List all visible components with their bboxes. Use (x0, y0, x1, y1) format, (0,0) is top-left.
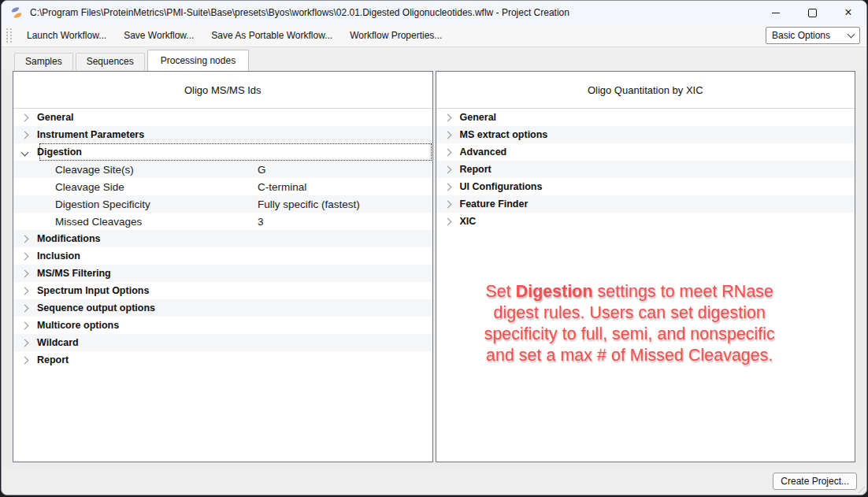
annotation-line: digest rules. Users can set digestion (440, 302, 821, 324)
panel-title: Oligo Quantitation by XIC (436, 72, 855, 109)
chevron-right-icon[interactable] (21, 304, 29, 312)
missed-cleavages-value[interactable]: 3 (258, 216, 264, 228)
processing-nodes-content: Oligo MS/MS Ids General Instrument Param… (2, 70, 866, 468)
title-bar: C:\Program Files\ProteinMetrics\PMI-Suit… (2, 1, 866, 24)
tree-item-report[interactable]: Report (436, 161, 855, 178)
window-controls: × (758, 1, 866, 24)
tree-item-general[interactable]: General (436, 109, 855, 126)
tree-item-inclusion[interactable]: Inclusion (13, 247, 432, 265)
tree-item-sequence-output-options[interactable]: Sequence output options (13, 299, 432, 317)
tree-item-xic[interactable]: XIC (436, 213, 855, 230)
maximize-button[interactable] (794, 1, 830, 24)
tab-processing-nodes[interactable]: Processing nodes (147, 50, 249, 71)
tree-item-missed-cleavages[interactable]: Missed Cleavages 3 (13, 213, 432, 230)
tree-item-ms-extract-options[interactable]: MS extract options (436, 126, 855, 143)
tree-item-advanced[interactable]: Advanced (436, 143, 855, 161)
options-level-value: Basic Options (772, 30, 830, 41)
chevron-right-icon[interactable] (21, 235, 29, 243)
close-button[interactable]: × (830, 1, 866, 24)
tree-item-instrument-parameters[interactable]: Instrument Parameters (13, 126, 432, 143)
panel-oligo-quantitation-by-xic: Oligo Quantitation by XIC General MS ext… (436, 71, 856, 462)
panel-oligo-msms-ids: Oligo MS/MS Ids General Instrument Param… (13, 71, 433, 462)
chevron-right-icon[interactable] (21, 356, 29, 364)
chevron-right-icon[interactable] (443, 165, 451, 173)
workflow-properties-button[interactable]: Workflow Properties... (341, 28, 451, 43)
chevron-right-icon[interactable] (21, 269, 29, 277)
annotation-line: and set a max # of Missed Cleavages. (440, 345, 821, 366)
tree-item-report[interactable]: Report (13, 351, 432, 369)
app-logo-icon (9, 6, 24, 20)
create-project-button[interactable]: Create Project... (773, 473, 857, 490)
tree-item-modifications[interactable]: Modifications (13, 230, 432, 247)
focus-rectangle (39, 143, 432, 161)
tab-samples[interactable]: Samples (14, 53, 73, 70)
footer-bar: Create Project... (2, 468, 866, 495)
close-icon: × (844, 6, 851, 19)
maximize-icon (808, 9, 817, 17)
tree-item-digestion[interactable]: Digestion (13, 143, 432, 161)
tree-item-general[interactable]: General (13, 109, 432, 126)
cleavage-sites-value[interactable]: G (258, 164, 266, 176)
chevron-right-icon[interactable] (21, 287, 29, 295)
tree-item-digestion-specificity[interactable]: Digestion Specificity Fully specific (fa… (13, 195, 432, 213)
window-title: C:\Program Files\ProteinMetrics\PMI-Suit… (30, 7, 569, 18)
digestion-annotation-note: Set Digestion settings to meet RNase dig… (440, 281, 821, 366)
chevron-right-icon[interactable] (21, 252, 29, 260)
tree-item-spectrum-input-options[interactable]: Spectrum Input Options (13, 282, 432, 299)
chevron-right-icon[interactable] (21, 113, 29, 121)
annotation-line: specificity to full, semi, and nonspecif… (440, 324, 821, 345)
parameter-tree-left: General Instrument Parameters Digestion … (13, 109, 432, 369)
digestion-specificity-value[interactable]: Fully specific (fastest) (258, 198, 360, 210)
tree-item-feature-finder[interactable]: Feature Finder (436, 195, 855, 213)
launch-workflow-button[interactable]: Launch Workflow... (18, 28, 115, 43)
save-as-portable-workflow-button[interactable]: Save As Portable Workflow... (202, 28, 341, 43)
tab-sequences[interactable]: Sequences (76, 53, 145, 70)
annotation-line: Set Digestion settings to meet RNase (440, 281, 821, 302)
tab-strip: Samples Sequences Processing nodes (2, 47, 866, 70)
chevron-right-icon[interactable] (443, 131, 451, 139)
minimize-icon (772, 13, 780, 13)
toolbar-grip[interactable] (6, 28, 12, 43)
save-workflow-button[interactable]: Save Workflow... (115, 28, 202, 43)
tree-item-cleavage-sites[interactable]: Cleavage Site(s) G (13, 161, 432, 178)
toolbar: Launch Workflow... Save Workflow... Save… (2, 24, 866, 47)
cleavage-side-value[interactable]: C-terminal (258, 181, 306, 193)
tree-item-wildcard[interactable]: Wildcard (13, 334, 432, 351)
chevron-right-icon[interactable] (443, 148, 451, 156)
chevron-right-icon[interactable] (443, 183, 451, 191)
chevron-down-icon[interactable] (21, 148, 29, 156)
chevron-down-icon (848, 31, 855, 39)
chevron-right-icon[interactable] (21, 131, 29, 139)
chevron-right-icon[interactable] (21, 321, 29, 329)
chevron-right-icon[interactable] (443, 217, 451, 225)
tree-item-cleavage-side[interactable]: Cleavage Side C-terminal (13, 178, 432, 195)
chevron-right-icon[interactable] (443, 200, 451, 208)
panel-title: Oligo MS/MS Ids (13, 72, 432, 109)
tree-item-multicore-options[interactable]: Multicore options (13, 317, 432, 334)
chevron-right-icon[interactable] (21, 339, 29, 347)
app-window: C:\Program Files\ProteinMetrics\PMI-Suit… (1, 0, 867, 495)
minimize-button[interactable] (758, 1, 794, 24)
chevron-right-icon[interactable] (443, 113, 451, 121)
parameter-tree-right: General MS extract options Advanced Repo… (436, 109, 855, 230)
options-level-dropdown[interactable]: Basic Options (766, 27, 860, 44)
tree-item-msms-filtering[interactable]: MS/MS Filtering (13, 265, 432, 282)
tree-item-ui-configurations[interactable]: UI Configurations (436, 178, 855, 195)
